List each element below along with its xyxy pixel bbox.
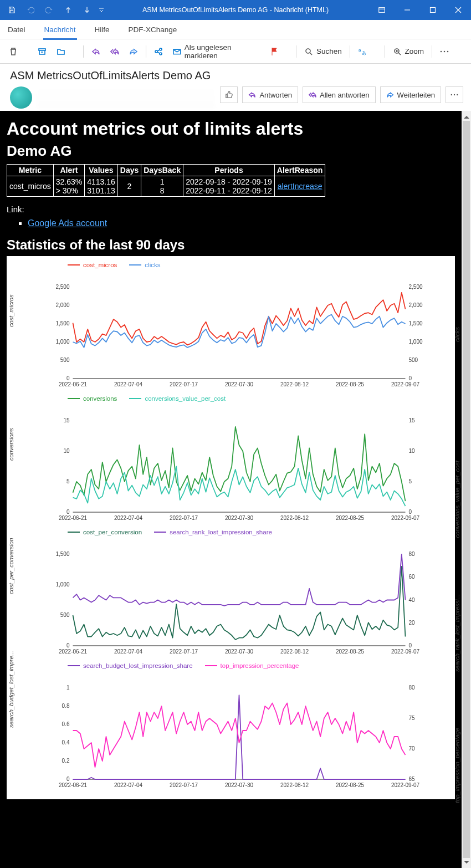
reply-all-inline-button[interactable]: Allen antworten	[303, 86, 376, 103]
tab-nachricht[interactable]: Nachricht	[43, 22, 77, 37]
scroll-up-button[interactable]	[462, 111, 471, 120]
save-icon[interactable]	[3, 2, 20, 18]
svg-point-3	[160, 48, 162, 50]
table-header: DaysBack	[141, 165, 183, 176]
flag-dropdown[interactable]	[284, 42, 293, 61]
reply-inline-label: Antworten	[259, 91, 292, 99]
minimize-button[interactable]	[395, 0, 420, 20]
svg-text:500: 500	[60, 357, 70, 363]
svg-text:0.2: 0.2	[62, 758, 70, 764]
share-button[interactable]	[150, 42, 167, 61]
svg-text:10: 10	[409, 448, 416, 454]
svg-text:75: 75	[409, 715, 416, 721]
cell-daysback: 18	[141, 176, 183, 197]
svg-text:2022-07-17: 2022-07-17	[170, 782, 198, 788]
svg-text:2022-08-25: 2022-08-25	[336, 649, 365, 655]
y-axis-label-left: cost_micros	[8, 294, 14, 327]
ribbon-collapse-button[interactable]	[455, 42, 464, 61]
svg-text:70: 70	[409, 746, 416, 752]
svg-text:2022-07-17: 2022-07-17	[170, 649, 198, 655]
svg-point-12	[444, 50, 446, 52]
tab-hilfe[interactable]: Hilfe	[94, 22, 111, 37]
svg-text:1,000: 1,000	[55, 581, 69, 588]
y-axis-label-left: search_budget_lost_impre...	[8, 651, 14, 728]
svg-text:2022-07-30: 2022-07-30	[225, 782, 254, 788]
maximize-button[interactable]	[420, 0, 446, 20]
y-axis-label-right: clicks	[454, 327, 460, 342]
svg-text:2022-09-07: 2022-09-07	[391, 515, 420, 521]
legend-item: search_rank_lost_impression_share	[154, 529, 272, 535]
y-axis-label-left: cost_per_conversion	[8, 538, 14, 594]
legend-item: cost_per_conversion	[68, 529, 142, 535]
reply-all-inline-label: Allen antworten	[320, 91, 370, 99]
forward-inline-button[interactable]: Weiterleiten	[380, 86, 441, 103]
svg-text:2022-08-25: 2022-08-25	[336, 782, 365, 788]
svg-text:1,500: 1,500	[409, 320, 423, 326]
arrow-up-icon[interactable]	[60, 2, 76, 18]
vertical-scrollbar[interactable]	[462, 111, 471, 868]
svg-text:500: 500	[60, 612, 70, 618]
qat-dropdown-icon[interactable]	[98, 2, 105, 18]
like-button[interactable]	[220, 86, 238, 103]
ribbon-overflow-button[interactable]	[436, 42, 453, 61]
move-button[interactable]	[52, 42, 70, 61]
close-button[interactable]	[446, 0, 471, 20]
translate-dropdown[interactable]	[372, 42, 381, 61]
move-dropdown[interactable]	[71, 42, 80, 61]
ribbon-options-icon[interactable]	[369, 0, 395, 20]
svg-text:80: 80	[409, 685, 416, 691]
svg-text:5: 5	[409, 478, 412, 484]
zoom-label: Zoom	[405, 47, 424, 55]
svg-text:2022-06-21: 2022-06-21	[59, 381, 88, 387]
message-subject: ASM MetricsOutOfLimitsAlerts Demo AG	[10, 69, 463, 82]
redo-icon[interactable]	[41, 2, 58, 18]
svg-text:2022-06-21: 2022-06-21	[59, 515, 88, 521]
message-header: ASM MetricsOutOfLimitsAlerts Demo AG Ant…	[0, 64, 471, 111]
arrow-down-icon[interactable]	[79, 2, 95, 18]
svg-text:0: 0	[66, 776, 70, 782]
flag-button[interactable]	[266, 42, 283, 61]
ribbon: Als ungelesen markieren Suchen aあ Zoom	[0, 39, 471, 64]
svg-text:2022-09-07: 2022-09-07	[391, 782, 420, 788]
forward-button[interactable]	[125, 42, 142, 61]
scroll-thumb[interactable]	[463, 121, 470, 858]
mark-unread-button[interactable]: Als ungelesen markieren	[168, 42, 265, 61]
translate-button[interactable]: aあ	[354, 42, 371, 61]
tab-datei[interactable]: Datei	[7, 22, 27, 37]
tab-pdf[interactable]: PDF-XChange	[127, 22, 178, 37]
google-ads-link[interactable]: Google Ads account	[28, 218, 107, 228]
svg-text:0: 0	[66, 642, 70, 649]
search-button[interactable]: Suchen	[300, 42, 346, 61]
reply-all-button[interactable]	[106, 42, 124, 61]
svg-text:1,500: 1,500	[55, 320, 69, 326]
y-axis-label-right: search_rank_lost_impressi...	[454, 594, 460, 672]
legend-item: conversions	[68, 395, 117, 402]
scroll-down-button[interactable]	[462, 859, 471, 868]
svg-text:1,000: 1,000	[409, 339, 423, 345]
svg-text:0: 0	[409, 642, 412, 649]
svg-text:80: 80	[409, 551, 416, 557]
reply-inline-button[interactable]: Antworten	[242, 86, 298, 103]
svg-text:2022-07-17: 2022-07-17	[170, 381, 198, 387]
delete-button[interactable]	[4, 42, 22, 61]
chart: conversionsconversions_value_per_costcon…	[7, 395, 455, 525]
cell-values: 4113.163101.13	[85, 176, 118, 197]
delete-dropdown[interactable]	[23, 42, 32, 61]
more-actions-button[interactable]	[446, 86, 463, 103]
svg-text:2022-08-12: 2022-08-12	[280, 782, 309, 788]
archive-button[interactable]	[33, 42, 51, 61]
chart: search_budget_lost_impression_sharetop_i…	[7, 662, 455, 793]
svg-text:1,500: 1,500	[55, 551, 69, 557]
reply-button[interactable]	[87, 42, 105, 61]
titlebar: ASM MetricsOutOfLimitsAlerts Demo AG - N…	[0, 0, 471, 20]
alert-reason-link[interactable]: alertIncrease	[278, 182, 322, 191]
svg-text:2022-07-04: 2022-07-04	[114, 515, 143, 521]
svg-text:2022-07-04: 2022-07-04	[114, 381, 143, 387]
undo-icon[interactable]	[22, 2, 39, 18]
forward-inline-label: Weiterleiten	[397, 91, 435, 99]
svg-point-15	[454, 94, 455, 95]
svg-text:2022-07-04: 2022-07-04	[114, 649, 143, 655]
zoom-button[interactable]: Zoom	[388, 42, 429, 61]
svg-text:0.4: 0.4	[62, 739, 70, 746]
svg-point-14	[451, 94, 452, 95]
